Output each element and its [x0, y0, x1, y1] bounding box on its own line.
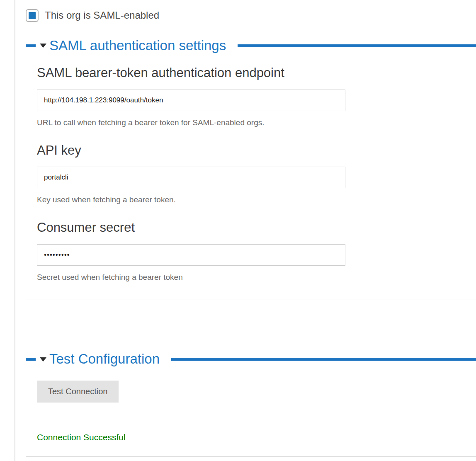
api-key-field-group: API key Key used when fetching a bearer …	[37, 143, 476, 205]
saml-section-title: SAML authentication settings	[49, 38, 226, 53]
endpoint-label: SAML bearer-token authentication endpoin…	[37, 65, 476, 81]
endpoint-input[interactable]	[37, 90, 345, 111]
api-key-label: API key	[37, 143, 476, 159]
test-section-title: Test Configuration	[49, 352, 160, 366]
collapse-caret-icon[interactable]	[40, 357, 46, 362]
endpoint-field-group: SAML bearer-token authentication endpoin…	[37, 65, 476, 128]
saml-section-header: SAML authentication settings	[26, 37, 476, 54]
collapse-caret-icon[interactable]	[40, 44, 46, 48]
saml-enabled-row: This org is SAML-enabled	[26, 8, 476, 22]
section-rule-line	[238, 44, 476, 47]
saml-enabled-checkbox[interactable]	[26, 9, 39, 22]
consumer-secret-input[interactable]	[37, 244, 345, 266]
settings-form: This org is SAML-enabled SAML authentica…	[0, 0, 476, 457]
endpoint-help-text: URL to call when fetching a bearer token…	[37, 118, 476, 128]
page-left-rule	[15, 0, 15, 461]
saml-enabled-label: This org is SAML-enabled	[45, 10, 159, 21]
checkbox-check-icon	[29, 12, 36, 19]
consumer-secret-field-group: Consumer secret Secret used when fetchin…	[37, 220, 476, 282]
api-key-input[interactable]	[37, 167, 345, 188]
consumer-secret-label: Consumer secret	[37, 220, 476, 236]
test-connection-button[interactable]: Test Connection	[37, 381, 119, 403]
saml-section-panel: SAML bearer-token authentication endpoin…	[26, 54, 476, 299]
consumer-secret-help-text: Secret used when fetching a bearer token	[37, 272, 476, 282]
test-section-header: Test Configuration	[26, 351, 476, 368]
connection-status-message: Connection Successful	[37, 432, 476, 442]
api-key-help-text: Key used when fetching a bearer token.	[37, 195, 476, 205]
section-rule-dash	[26, 44, 36, 47]
section-rule-line	[171, 358, 476, 361]
test-section-panel: Test Connection Connection Successful	[26, 368, 476, 457]
section-rule-dash	[26, 358, 36, 361]
